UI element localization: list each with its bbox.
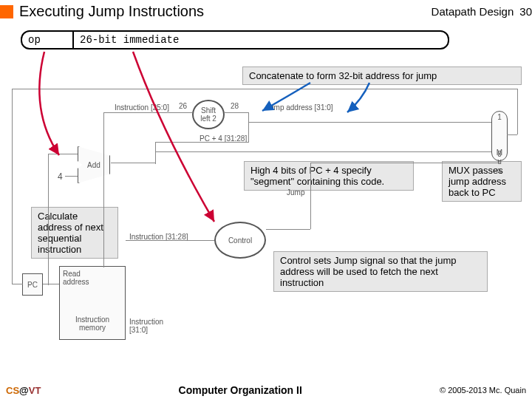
datapath-diagram: PC Read address Instruction memory Instr… bbox=[7, 89, 525, 369]
constant-four: 4 bbox=[58, 171, 63, 182]
footer-vt: VT bbox=[29, 385, 41, 396]
footer: CS@VT Computer Organization II © 2005-20… bbox=[0, 384, 532, 396]
mux-input-0: 0 bbox=[492, 150, 507, 159]
instruction-bus-label: Instruction [31:0] bbox=[129, 318, 163, 334]
imem-label: Instruction memory bbox=[60, 316, 125, 332]
read-address-port: Read address bbox=[60, 270, 125, 286]
footer-cs: CS bbox=[6, 385, 19, 396]
jump-address-label: Jump address [31:0] bbox=[266, 103, 333, 112]
immediate-field: 26-bit immediate bbox=[74, 32, 448, 48]
mux: 1 M u x 0 bbox=[491, 111, 508, 161]
instruction-memory: Read address Instruction memory bbox=[59, 266, 126, 340]
accent-square bbox=[0, 5, 13, 18]
pc-register: PC bbox=[22, 273, 43, 296]
control-unit: Control bbox=[214, 222, 266, 259]
footer-left: CS@VT bbox=[6, 385, 41, 396]
shift-left-2: Shift left 2 bbox=[192, 100, 225, 129]
page-title: Executing Jump Instructions bbox=[19, 3, 432, 20]
adder: Add bbox=[78, 146, 110, 183]
opcode-field: op bbox=[22, 32, 74, 48]
width-28: 28 bbox=[231, 102, 239, 110]
mux-input-1: 1 bbox=[492, 113, 507, 122]
instr-25-0-label: Instruction [25:0] bbox=[115, 103, 169, 112]
page-number: 30 bbox=[519, 5, 532, 18]
footer-right: © 2005-2013 Mc. Quain bbox=[440, 386, 526, 395]
footer-center: Computer Organization II bbox=[41, 384, 440, 396]
instruction-format: op 26-bit immediate bbox=[21, 30, 449, 50]
section-name: Datapath Design bbox=[432, 5, 514, 18]
jump-signal-label: Jump bbox=[287, 188, 304, 197]
callout-concat: Concatenate to form 32-bit address for j… bbox=[242, 66, 522, 85]
footer-at: @ bbox=[19, 385, 29, 396]
width-26: 26 bbox=[179, 102, 187, 110]
